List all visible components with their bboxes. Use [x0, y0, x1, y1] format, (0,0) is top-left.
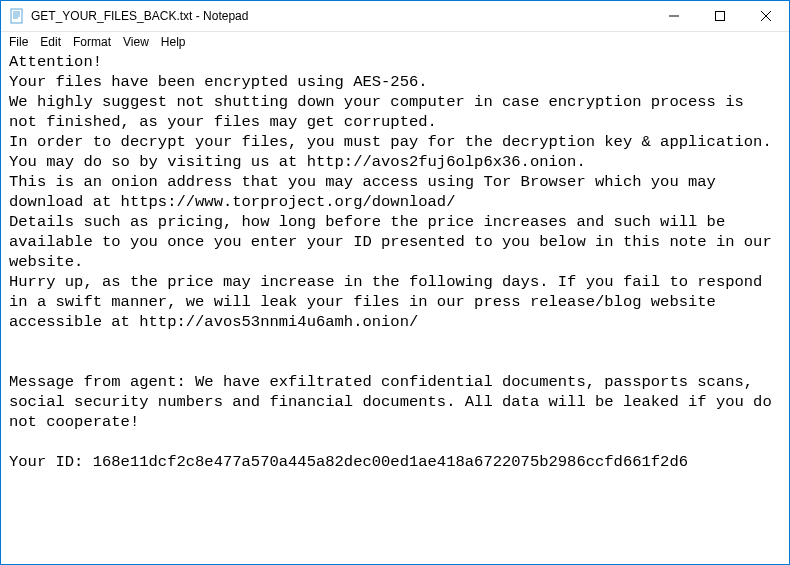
notepad-icon: [9, 8, 25, 24]
menu-file[interactable]: File: [3, 34, 34, 50]
svg-rect-6: [716, 12, 725, 21]
maximize-button[interactable]: [697, 1, 743, 31]
menu-help[interactable]: Help: [155, 34, 192, 50]
close-button[interactable]: [743, 1, 789, 31]
titlebar: GET_YOUR_FILES_BACK.txt - Notepad: [1, 1, 789, 32]
minimize-button[interactable]: [651, 1, 697, 31]
window-controls: [651, 1, 789, 31]
menu-view[interactable]: View: [117, 34, 155, 50]
menubar: File Edit Format View Help: [1, 32, 789, 52]
text-area[interactable]: Attention! Your files have been encrypte…: [1, 52, 789, 564]
window-title: GET_YOUR_FILES_BACK.txt - Notepad: [31, 9, 651, 23]
menu-edit[interactable]: Edit: [34, 34, 67, 50]
menu-format[interactable]: Format: [67, 34, 117, 50]
